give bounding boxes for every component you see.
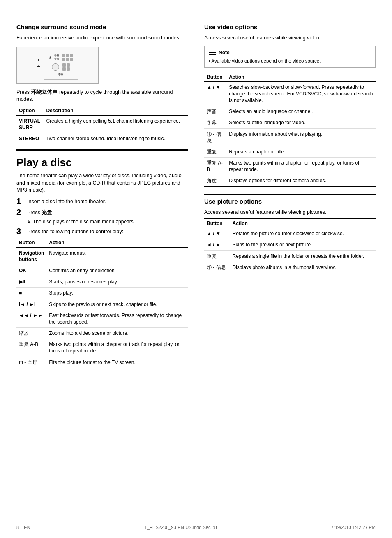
video-btn-search: ▲ / ▼ — [204, 81, 226, 106]
step-2-num: 2 — [16, 208, 24, 217]
picture-action-info: Displays photo albums in a thumbnail ove… — [230, 262, 376, 273]
surround-row1-desc: Creates a highly compelling 5.1 channel … — [44, 115, 188, 133]
video-btn-audio: 声音 — [204, 106, 226, 117]
footer-timestamp: 7/19/2010 1:42:27 PM — [331, 525, 376, 530]
picture-action-skip: Skips to the previous or next picture. — [230, 239, 376, 250]
video-action-subtitle: Selects subtitle language for video. — [226, 117, 376, 128]
table-row: VIRTUALSURR Creates a highly compelling … — [16, 115, 188, 133]
picture-title: Use picture options — [204, 198, 376, 206]
video-para1: Access several useful features while vie… — [204, 35, 376, 42]
step-2-sub: ↳ The disc plays or the disc main menu a… — [27, 219, 188, 225]
table-row: Navigationbuttons Navigate menus. — [16, 247, 188, 265]
table-row: 角度 Displays options for different camera… — [204, 175, 376, 186]
table-row: ① - 信息 Displays photo albums in a thumbn… — [204, 262, 376, 273]
table-row: 字幕 Selects subtitle language for video. — [204, 117, 376, 128]
disc-btn-stop: ■ — [16, 288, 46, 299]
surround-table: Option Description VIRTUALSURR Creates a… — [16, 106, 188, 145]
video-col-button: Button — [204, 72, 226, 81]
note-bullet: • Available video options depend on the … — [209, 58, 371, 64]
step-1-num: 1 — [16, 197, 24, 206]
picture-btn-rotate: ▲ / ▼ — [204, 228, 230, 239]
surround-row2-desc: Two-channel stereo sound. Ideal for list… — [44, 133, 188, 144]
disc-btn-ff: ◄◄ / ►► — [16, 310, 46, 327]
step-2-text: Press 光盘. — [27, 208, 54, 217]
table-row: ■ Stops play. — [16, 288, 188, 299]
surround-para2: Press 环绕立体声 repeatedly to cycle through … — [16, 89, 188, 103]
disc-action-repeat-ab: Marks two points within a chapter or tra… — [46, 339, 188, 357]
play-disc-title: Play a disc — [16, 156, 188, 169]
disc-action-ok: Confirms an entry or selection. — [46, 265, 188, 276]
picture-table: Button Action ▲ / ▼ Rotates the picture … — [204, 218, 376, 273]
star-icon: ✳ — [48, 56, 52, 60]
table-row: ◄ / ► Skips to the previous or next pict… — [204, 239, 376, 250]
disc-action-zoom: Zooms into a video scene or picture. — [46, 328, 188, 339]
picture-action-rotate: Rotates the picture counter-clockwise or… — [230, 228, 376, 239]
table-row: 重复 A-B Marks two points within a chapter… — [204, 158, 376, 175]
disc-btn-skip: I◄ / ►I — [16, 299, 46, 310]
remote-circle-btn — [52, 63, 59, 71]
video-action-repeat: Repeats a chapter or title. — [226, 146, 376, 157]
remote-bottom-label: 字幕 — [58, 73, 63, 77]
note-icon — [209, 51, 216, 55]
note-label: Note — [219, 50, 230, 56]
play-disc-divider — [16, 149, 188, 151]
step-1: 1 Insert a disc into the home theater. — [16, 197, 188, 206]
disc-btn-zoom: 缩放 — [16, 328, 46, 339]
disc-action-skip: Skips to the previous or next track, cha… — [46, 299, 188, 310]
surround-col-desc: Description — [44, 106, 188, 115]
note-header: Note — [209, 50, 371, 56]
remote-left-controls: + ∠ − — [37, 58, 40, 73]
remote-middle-row — [52, 63, 70, 71]
table-row: I◄ / ►I Skips to the previous or next tr… — [16, 299, 188, 310]
footer-lang: EN — [24, 525, 30, 530]
note-box: Note • Available video options depend on… — [204, 46, 376, 68]
surround-col-option: Option — [16, 106, 44, 115]
video-btn-repeat-ab: 重复 A-B — [204, 158, 226, 175]
step-2-sub-text: The disc plays or the disc main menu app… — [33, 219, 135, 225]
table-row: 缩放 Zooms into a video scene or picture. — [16, 328, 188, 339]
video-action-repeat-ab: Marks two points within a chapter for re… — [226, 158, 376, 175]
disc-btn-ok: OK — [16, 265, 46, 276]
main-content: Change surround sound mode Experience an… — [16, 20, 376, 373]
video-btn-info: ① - 信息 — [204, 128, 226, 146]
table-row: ▲ / ▼ Searches slow-backward or slow-for… — [204, 81, 376, 106]
table-row: ▶II Starts, pauses or resumes play. — [16, 276, 188, 288]
picture-btn-repeat: 重复 — [204, 250, 230, 262]
disc-table: Button Action Navigationbuttons Navigate… — [16, 238, 188, 368]
table-row: STEREO Two-channel stereo sound. Ideal f… — [16, 133, 188, 144]
picture-btn-skip: ◄ / ► — [204, 239, 230, 250]
disc-btn-play: ▶II — [16, 276, 46, 288]
step-1-text: Insert a disc into the home theater. — [27, 197, 106, 206]
remote-grid — [62, 54, 73, 61]
plus-icon: + — [37, 58, 39, 63]
video-btn-subtitle: 字幕 — [204, 117, 226, 128]
picture-action-repeat: Repeats a single file in the folder or r… — [230, 250, 376, 262]
video-action-search: Searches slow-backward or slow-forward. … — [226, 81, 376, 106]
footer: 8 EN 1_HTS2200_93-EN-US.indd Sec1:8 7/19… — [16, 525, 376, 530]
picture-col-button: Button — [204, 219, 230, 228]
picture-col-action: Action — [230, 219, 376, 228]
picture-para1: Access several useful features while vie… — [204, 209, 376, 216]
table-row: OK Confirms an entry or selection. — [16, 265, 188, 276]
table-row: 重复 Repeats a single file in the folder o… — [204, 250, 376, 262]
picture-divider — [204, 194, 376, 195]
footer-page-num: 8 — [16, 525, 19, 530]
step-3-num: 3 — [16, 227, 24, 236]
table-row: 重复 A-B Marks two points within a chapter… — [16, 339, 188, 357]
video-btn-angle: 角度 — [204, 175, 226, 186]
video-action-angle: Displays options for different camera an… — [226, 175, 376, 186]
disc-action-nav: Navigate menus. — [46, 247, 188, 265]
step-3-text: Press the following buttons to control p… — [27, 227, 123, 236]
disc-action-stop: Stops play. — [46, 288, 188, 299]
left-column: Change surround sound mode Experience an… — [16, 20, 188, 373]
minus-icon: − — [37, 68, 39, 73]
arrow-icon: ↳ — [27, 219, 31, 225]
remote-body: ✳ 音量立体 — [44, 51, 78, 80]
remote-sound-label: 音量立体 — [54, 54, 59, 61]
disc-btn-fullscreen: ⊡ - 全屏 — [16, 357, 46, 368]
page: Change surround sound mode Experience an… — [0, 0, 392, 538]
disc-action-fullscreen: Fits the picture format to the TV screen… — [46, 357, 188, 368]
video-btn-repeat: 重复 — [204, 146, 226, 157]
surround-row2-opt: STEREO — [16, 133, 44, 144]
remote-top-row: ✳ 音量立体 — [48, 54, 73, 61]
